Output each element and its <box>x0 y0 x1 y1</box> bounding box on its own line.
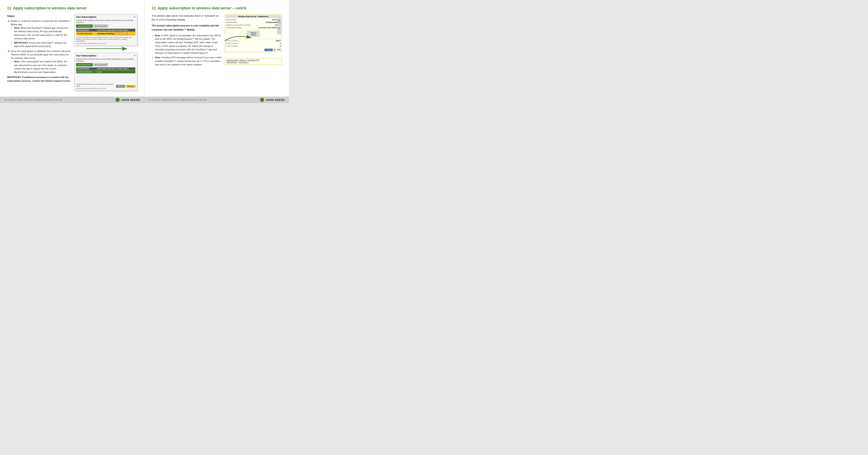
footer-left: 20 | SeedStar™ Mobile Subscription & Sof… <box>4 97 141 102</box>
popup2-tabs: Connected WDS Not Connected <box>76 63 135 66</box>
tab-connected[interactable]: Connected WDS <box>76 24 93 28</box>
popup-wrapper: Your Subscriptions ✕ Choose which Wirele… <box>74 14 137 91</box>
right-text-col: The wireless data server now indicates t… <box>152 14 222 67</box>
popup1-serial: PCWDSA8003003 <box>76 32 96 36</box>
tab2-connected[interactable]: Connected WDS <box>76 63 93 66</box>
popup2-title: Your Subscriptions <box>76 54 97 57</box>
popup2-row-1: PCWDSA8003003 Active <box>76 70 135 74</box>
popup2-close[interactable]: ✕ <box>133 54 135 57</box>
wds-data: Part Number: PFA10595 Serial Number: PCW… <box>226 19 281 48</box>
refresh-button[interactable]: Refresh <box>126 85 135 88</box>
wds-sub-label: Subscription Status: <box>226 27 244 29</box>
step-a-bullets: Note: When the SeedStar™ Mobile app conn… <box>14 26 71 48</box>
wds-nav-icon[interactable]: ⬆⬇ <box>277 49 281 51</box>
right-page-title: 11. Apply subscription to wireless data … <box>152 6 282 10</box>
send-to-wds-button[interactable]: Send to WDS <box>114 32 128 35</box>
jd-text-right: JOHN DEERE <box>266 98 285 102</box>
wds-can3-row: CAN0 Counter: 0 <box>226 45 281 47</box>
popup2-spacer <box>76 74 135 83</box>
wds-icon-up[interactable]: ↑ <box>277 22 281 26</box>
wds-home-icon[interactable]: 🏠 <box>274 49 276 51</box>
svg-text:🦌: 🦌 <box>261 99 263 101</box>
jd-logo-left: 🦌 JOHN DEERE <box>115 97 141 102</box>
jd-logo-right: 🦌 JOHN DEERE <box>260 97 285 102</box>
left-page-title: 11. Apply subscription to wireless data … <box>7 6 137 10</box>
jd-deer-icon-right: 🦌 <box>260 97 264 102</box>
jd-deer-icon-left: 🦌 <box>115 97 120 102</box>
popup1-timestamp: Last connection: 05/10/2016 at 12:01 PM <box>76 42 135 45</box>
page-left: 11. Apply subscription to wireless data … <box>0 0 145 96</box>
popup2-col-serial: Serial Number <box>76 67 96 70</box>
factory-reset-button[interactable]: Factory Reset <box>247 31 259 37</box>
wds-can3-value: 0 <box>280 45 281 47</box>
left-content-area: Steps: Dealer or customer reopens or max… <box>7 14 137 92</box>
svg-text:🦌: 🦌 <box>117 99 119 101</box>
step-a-note2: IMPORTANT: Ensure the GreenStar™ display… <box>14 41 71 48</box>
status-label: Subscription Status: <box>227 59 247 61</box>
step-b: Once the subscription is validated, the … <box>11 50 71 74</box>
wds-can1-value: 33017 <box>276 40 281 42</box>
wds-can1-row: CAN1 Counter: 33017 <box>226 40 281 42</box>
wds-part-label: Part Number: <box>226 19 244 21</box>
wds-icon-print[interactable]: 🖨 <box>277 18 281 22</box>
popup1-close[interactable]: ✕ <box>133 16 135 18</box>
popup2-footer: Try the Refresh button to see the latest… <box>76 83 135 89</box>
important-note: IMPORTANT: If additional assistance is n… <box>7 76 71 83</box>
popup-2: Your Subscriptions ✕ Choose which Wirele… <box>74 53 137 91</box>
wds-can3-label: CAN0 Counter: <box>226 45 244 47</box>
wds-icon-setup[interactable]: ⚙ <box>277 27 281 30</box>
popup2-try-refresh: Try the Refresh button to see the latest… <box>76 83 116 87</box>
wds-panel: Wireless Data Server - Diagnostics Part … <box>225 14 282 52</box>
wds-bottom-bar: 1:29pm 🏠 ⬆⬇ <box>226 49 281 51</box>
page-right: 11. Apply subscription to wireless data … <box>145 0 289 96</box>
wds-can2-label: CAN2 Counter: <box>226 42 244 45</box>
footer: 20 | SeedStar™ Mobile Subscription & Sof… <box>0 96 289 103</box>
popup2-timestamp: Try the Refresh button to see the latest… <box>76 83 116 89</box>
popup2-table: Serial Number John Deere Operation Cente… <box>76 67 135 74</box>
footer-right: 21 | SeedStar™ Mobile Subscription & Sof… <box>145 97 285 102</box>
popup1-row-1: PCWDSA8003003 Activation Pending Send to… <box>76 32 135 36</box>
popup-1: Your Subscriptions ✕ Choose which Wirele… <box>74 14 137 46</box>
step-b-note1: Note: If the subscription isn't valid fo… <box>14 60 71 74</box>
factory-reset-label: Factory <box>249 32 258 34</box>
wds-time: 1:29pm <box>265 49 273 51</box>
popup1-table: Serial Number John Deere Operation Cente… <box>76 29 135 36</box>
cancel-button[interactable]: Cancel <box>116 85 125 88</box>
factory-reset-label2: Reset <box>249 34 258 36</box>
popup2-title-bar: Your Subscriptions ✕ <box>76 54 135 57</box>
right-screenshot: Wireless Data Server - Diagnostics Part … <box>225 14 282 67</box>
status-box: Subscription Status: Pending GPS05/10/20… <box>225 58 282 65</box>
wds-part-number-row: Part Number: PFA10595 <box>226 19 281 21</box>
screenshot-area: Your Subscriptions ✕ Choose which Wirele… <box>74 14 137 92</box>
factory-reset-container: Factory Reset <box>226 30 281 38</box>
popup1-col-status: John Deere Operation Center Status <box>96 29 135 32</box>
pages-row: 11. Apply subscription to wireless data … <box>0 0 289 96</box>
steps-heading: Steps: <box>7 14 71 18</box>
tab2-not-connected[interactable]: Not Connected <box>93 63 108 66</box>
popup1-instruction: In order to complete the subscription pr… <box>76 36 135 42</box>
step-a: Dealer or customer reopens or maximizes … <box>11 19 71 48</box>
right-para1: The wireless data server now indicates t… <box>152 14 222 22</box>
wds-software-label: Software Version/Part Number: <box>226 24 251 26</box>
right-note2: Note: Pending GPS message will be receiv… <box>155 56 222 66</box>
popup1-tabs: Connected WDS Not Connected <box>76 24 135 28</box>
tab-not-connected[interactable]: Not Connected <box>93 24 108 28</box>
wds-can1-label: CAN1 Counter: <box>226 40 244 42</box>
wds-side-icons: 🖨 ↑ ⚙ 📋 <box>277 18 281 34</box>
jd-text-left: JOHN DEERE <box>121 98 141 102</box>
wds-icon-diag[interactable]: 📋 <box>277 31 281 34</box>
right-content: The wireless data server now indicates t… <box>152 14 282 67</box>
wds-subscription-row: Subscription Status: Activated until 05/… <box>226 27 281 29</box>
wds-can2-value: 0 <box>280 42 281 45</box>
popup2-serial: PCWDSA8003003 <box>76 70 96 74</box>
step-b-bullets: Note: If the subscription isn't valid fo… <box>14 60 71 74</box>
popup2-col-status: John Deere Operation Center Status <box>96 67 135 70</box>
popup2-time: Last connection: 05/10/2016 at 12:01 PM <box>76 88 116 89</box>
right-notes: Note: If GPS signal is not available, th… <box>152 34 222 66</box>
wds-serial-label: Serial Number: <box>226 21 244 23</box>
popup2-buttons: Cancel Refresh <box>116 85 135 88</box>
step-a-note1: Note: When the SeedStar™ Mobile app conn… <box>14 26 71 40</box>
footer-left-text: 20 | SeedStar™ Mobile Subscription & Sof… <box>4 99 62 101</box>
wds-can2-row: CAN2 Counter: 0 <box>226 42 281 45</box>
steps-list: Dealer or customer reopens or maximizes … <box>11 19 71 74</box>
